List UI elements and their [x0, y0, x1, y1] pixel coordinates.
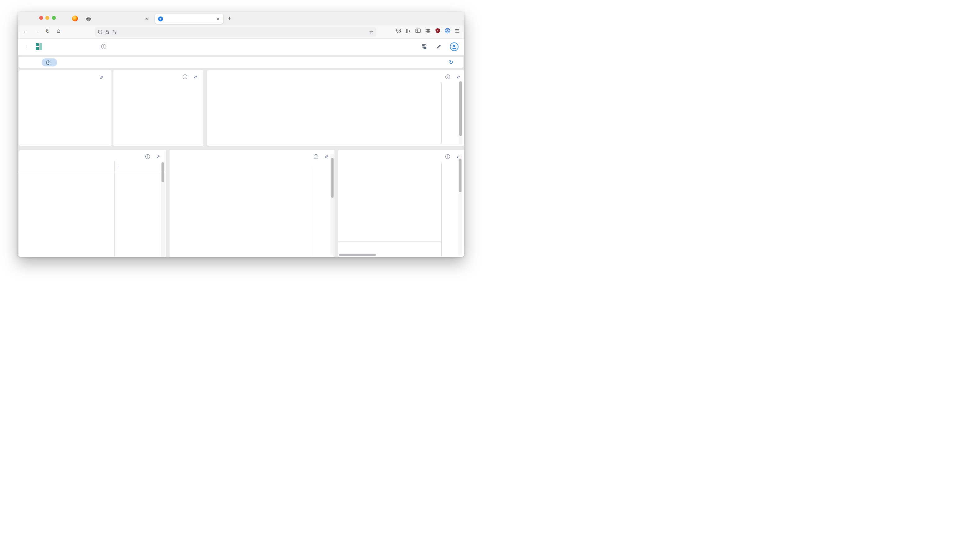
- time-series-bar-chart[interactable]: [338, 150, 464, 257]
- address-bar[interactable]: ☆: [95, 27, 376, 37]
- home-icon[interactable]: ⌂: [57, 28, 60, 34]
- confluent-icon: [86, 16, 91, 21]
- close-window-button[interactable]: [39, 16, 43, 20]
- panel-visits-to-content-category: [207, 70, 464, 146]
- vertical-scrollbar[interactable]: [161, 162, 164, 182]
- onepassword-icon[interactable]: [445, 28, 450, 34]
- column-header-number-of-clicks[interactable]: ↓: [117, 164, 119, 169]
- info-icon[interactable]: [145, 154, 150, 159]
- clock-icon: [46, 60, 50, 65]
- column-divider: [114, 161, 115, 257]
- filter-bar: ↻: [19, 57, 463, 68]
- minimize-window-button[interactable]: [46, 16, 49, 20]
- dashboard: ←: [18, 39, 464, 257]
- dashboard-back-icon[interactable]: ←: [25, 43, 31, 50]
- header-rule: [19, 172, 166, 172]
- firefox-icon: [72, 16, 78, 21]
- expand-icon[interactable]: [456, 75, 461, 80]
- info-icon[interactable]: [313, 154, 319, 159]
- zoom-window-button[interactable]: [52, 16, 56, 20]
- avatar[interactable]: [450, 42, 459, 51]
- navigation-bar: ← → ↻ ⌂ ☆: [18, 26, 464, 39]
- library-icon[interactable]: [405, 28, 411, 34]
- forward-icon[interactable]: →: [34, 28, 39, 34]
- toggles-icon[interactable]: [422, 44, 428, 50]
- pocket-icon[interactable]: [396, 28, 401, 34]
- reset-icon: ↻: [449, 59, 453, 65]
- panel-new-subscriptions-over-time: [338, 150, 464, 257]
- expand-icon[interactable]: [156, 154, 161, 159]
- info-icon[interactable]: [445, 74, 450, 80]
- panel-number-of-clicks: [19, 70, 111, 146]
- imply-icon: [158, 16, 163, 21]
- reset-button[interactable]: ↻: [449, 59, 455, 65]
- time-filter-pill[interactable]: [42, 58, 57, 67]
- area-chart[interactable]: [207, 70, 464, 146]
- toolbar-icons: [396, 28, 460, 34]
- reload-icon[interactable]: ↻: [46, 28, 50, 34]
- expand-icon[interactable]: [99, 75, 104, 80]
- panel-new-subscriptions-by-channel: [169, 150, 334, 257]
- expand-icon[interactable]: [324, 154, 329, 159]
- ublock-shield-icon[interactable]: [435, 28, 440, 34]
- tab-imply[interactable]: ✕: [155, 14, 223, 24]
- horizontal-scrollbar[interactable]: [339, 253, 376, 256]
- screen: ✕ ✕ + ← → ↻ ⌂: [0, 0, 482, 280]
- browser-window: ✕ ✕ + ← → ↻ ⌂: [18, 12, 464, 257]
- shield-icon[interactable]: [98, 29, 103, 34]
- extensions-icon[interactable]: [425, 28, 431, 33]
- edit-pencil-icon[interactable]: [436, 44, 441, 50]
- x-axis-band: [338, 242, 441, 251]
- dashboard-tile-icon: [36, 43, 42, 50]
- menu-hamburger-icon[interactable]: [455, 29, 460, 33]
- vertical-scrollbar[interactable]: [459, 81, 462, 136]
- info-icon[interactable]: [445, 154, 450, 159]
- back-icon[interactable]: ←: [23, 28, 28, 34]
- stacked-bar-chart[interactable]: [169, 150, 334, 257]
- vertical-scrollbar[interactable]: [459, 159, 461, 192]
- panel-visitor-demographics: [113, 70, 204, 146]
- dashboard-header: ←: [18, 39, 464, 55]
- tab-confluent[interactable]: ✕: [83, 14, 152, 24]
- vertical-scrollbar[interactable]: [331, 158, 334, 198]
- new-tab-button[interactable]: +: [228, 15, 231, 22]
- bookmark-star-icon[interactable]: ☆: [369, 29, 373, 35]
- sidebar-icon[interactable]: [415, 28, 421, 33]
- close-tab-icon[interactable]: ✕: [145, 17, 149, 21]
- close-tab-icon[interactable]: ✕: [216, 17, 220, 21]
- panel-top-headlines: ↓: [19, 150, 166, 257]
- tab-bar: ✕ ✕ +: [18, 12, 464, 26]
- lock-icon[interactable]: [105, 29, 109, 34]
- dashboard-info-icon[interactable]: [101, 44, 106, 49]
- sunburst-chart[interactable]: [113, 78, 204, 146]
- permissions-icon[interactable]: [112, 30, 117, 34]
- sort-desc-icon: ↓: [117, 164, 119, 169]
